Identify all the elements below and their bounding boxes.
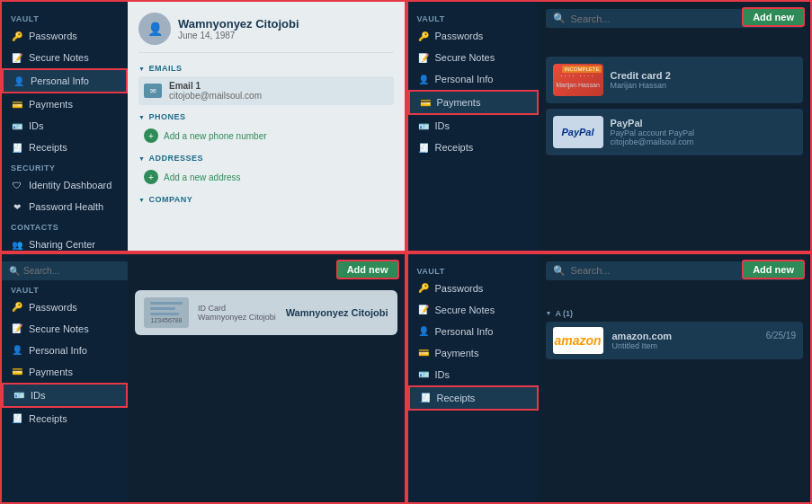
sidebar-item-receipts-4[interactable]: 🧾 Receipts bbox=[408, 385, 539, 411]
sidebar-item-secure-notes-1[interactable]: 📝 Secure Notes bbox=[2, 47, 128, 68]
sidebar-item-ids-1[interactable]: 🪪 IDs bbox=[2, 115, 128, 137]
amazon-logo: amazon bbox=[553, 327, 603, 354]
key-icon-2: 🔑 bbox=[417, 30, 430, 42]
sidebar-item-passwords-1[interactable]: 🔑 Passwords bbox=[2, 25, 128, 47]
sidebar-item-secure-notes-2[interactable]: 📝 Secure Notes bbox=[408, 47, 539, 68]
sidebar-item-passwords-2[interactable]: 🔑 Passwords bbox=[408, 25, 539, 47]
sidebar-item-secure-notes-3[interactable]: 📝 Secure Notes bbox=[2, 318, 128, 340]
sidebar-item-receipts-2[interactable]: 🧾 Receipts bbox=[408, 137, 539, 158]
sidebar-label: Passwords bbox=[29, 31, 77, 41]
sidebar-item-identity-1[interactable]: 🛡 Identity Dashboard bbox=[2, 174, 128, 196]
email-row: ✉ Email 1 citojobe@mailsoul.com bbox=[138, 76, 394, 105]
sidebar-item-personal-info-2[interactable]: 👤 Personal Info bbox=[408, 68, 539, 90]
receipt-item-amazon[interactable]: amazon amazon.com 6/25/19 Untitled Item bbox=[546, 322, 804, 359]
sidebar-item-receipts-1[interactable]: 🧾 Receipts bbox=[2, 137, 128, 158]
panel-1: VAULT 🔑 Passwords 📝 Secure Notes 👤 Perso… bbox=[0, 0, 406, 252]
sidebar-label: Payments bbox=[437, 97, 481, 108]
card-dots: ···· ···· bbox=[560, 72, 594, 80]
note-icon-2: 📝 bbox=[417, 51, 430, 64]
sidebar-label: Receipts bbox=[437, 393, 476, 403]
paypal-item[interactable]: PayPal PayPal PayPal account PayPal cito… bbox=[546, 109, 804, 155]
sidebar-label: Receipts bbox=[29, 413, 67, 424]
paypal-visual: PayPal bbox=[553, 116, 603, 148]
sidebar-item-receipts-3[interactable]: 🧾 Receipts bbox=[2, 408, 128, 429]
sidebar-label: Identity Dashboard bbox=[29, 180, 112, 190]
add-new-button-2[interactable]: Add new bbox=[742, 7, 805, 27]
sidebar-item-secure-notes-4[interactable]: 📝 Secure Notes bbox=[408, 299, 539, 321]
sidebar-item-sharing-1[interactable]: 👥 Sharing Center bbox=[2, 234, 128, 251]
sidebar-label: Payments bbox=[29, 99, 73, 110]
sidebar-label: Secure Notes bbox=[435, 52, 495, 63]
sidebar-item-personal-info-1[interactable]: 👤 Personal Info bbox=[2, 68, 128, 93]
add-new-button-4[interactable]: Add new bbox=[742, 260, 805, 279]
paypal-name: PayPal bbox=[611, 118, 797, 128]
sidebar-item-ids-2[interactable]: 🪪 IDs bbox=[408, 115, 539, 137]
add-address-row[interactable]: + Add a new address bbox=[138, 166, 394, 188]
payments-content: 🔍 Add new INCOMPLETE ···· ···· Marijan H… bbox=[539, 2, 811, 251]
sidebar-label: Sharing Center bbox=[29, 239, 95, 250]
panel-2: VAULT 🔑 Passwords 📝 Secure Notes 👤 Perso… bbox=[406, 0, 813, 252]
id-line-2 bbox=[150, 307, 175, 310]
email-icon: ✉ bbox=[144, 84, 162, 98]
sidebar-item-payments-4[interactable]: 💳 Payments bbox=[408, 342, 539, 364]
credit-card-item[interactable]: INCOMPLETE ···· ···· Marijan Hassan Cred… bbox=[546, 57, 804, 103]
id-card-image: 123456788 bbox=[144, 297, 189, 328]
sidebar-item-passwords-4[interactable]: 🔑 Passwords bbox=[408, 278, 539, 299]
card-icon-4: 💳 bbox=[417, 347, 430, 359]
add-phone-row[interactable]: + Add a new phone number bbox=[138, 125, 394, 146]
security-label-1: SECURITY bbox=[2, 158, 128, 174]
add-phone-label: Add a new phone number bbox=[164, 131, 267, 141]
id-line-1 bbox=[150, 302, 183, 305]
email-label: Email 1 bbox=[169, 81, 262, 91]
receipts-content: 🔍 Add new A (1) amazon amazon.com 6/25/1… bbox=[539, 254, 811, 503]
group-label-a: A (1) bbox=[546, 307, 804, 322]
sidebar-item-pw-health-1[interactable]: ❤ Password Health bbox=[2, 196, 128, 217]
note-icon-4: 📝 bbox=[417, 304, 430, 316]
id-card-lines bbox=[150, 302, 183, 315]
id-icon-2: 🪪 bbox=[417, 119, 430, 132]
credit-card-sub: Marijan Hassan bbox=[611, 81, 797, 90]
sidebar-label: Personal Info bbox=[435, 74, 494, 84]
sidebar-item-personal-info-3[interactable]: 👤 Personal Info bbox=[2, 340, 128, 361]
card-icon-2: 💳 bbox=[419, 96, 432, 109]
note-icon: 📝 bbox=[11, 51, 23, 64]
sidebar-label: Passwords bbox=[435, 283, 484, 294]
note-icon-3: 📝 bbox=[11, 323, 23, 335]
search-icon-2: 🔍 bbox=[553, 13, 566, 24]
credit-card-info: Credit card 2 Marijan Hassan bbox=[611, 70, 797, 90]
vault-label-4: VAULT bbox=[408, 261, 539, 278]
sidebar-item-ids-4[interactable]: 🪪 IDs bbox=[408, 364, 539, 385]
key-icon-4: 🔑 bbox=[417, 282, 430, 295]
id-owner-display: Wamnyonyez Citojobi bbox=[286, 307, 388, 318]
sidebar-panel-3: 🔍 VAULT 🔑 Passwords 📝 Secure Notes 👤 Per… bbox=[2, 254, 128, 503]
key-icon-3: 🔑 bbox=[11, 301, 23, 314]
id-sub-name: Wamnyonyez Citojobi bbox=[198, 313, 276, 322]
add-phone-icon: + bbox=[144, 128, 158, 143]
sidebar-item-payments-2[interactable]: 💳 Payments bbox=[408, 90, 539, 115]
card-icon-3: 💳 bbox=[11, 366, 23, 378]
add-new-button-3[interactable]: Add new bbox=[336, 260, 399, 279]
sidebar-label: Secure Notes bbox=[435, 305, 495, 315]
sidebar-label: Receipts bbox=[435, 142, 474, 153]
receipt-icon-2: 🧾 bbox=[417, 141, 430, 154]
paypal-logo-text: PayPal bbox=[561, 127, 593, 137]
card-icon: 💳 bbox=[11, 98, 23, 111]
sidebar-item-ids-3[interactable]: 🪪 IDs bbox=[2, 383, 128, 408]
receipt-date: 6/25/19 bbox=[766, 331, 796, 341]
search-input-sidebar-3[interactable] bbox=[23, 266, 95, 276]
user-icon: 👤 bbox=[13, 75, 25, 87]
shield-icon: 🛡 bbox=[11, 179, 23, 191]
id-card-item[interactable]: 123456788 ID Card Wamnyonyez Citojobi Wa… bbox=[135, 290, 397, 335]
sidebar-label: IDs bbox=[29, 120, 44, 131]
sidebar-item-payments-1[interactable]: 💳 Payments bbox=[2, 93, 128, 115]
user-icon-2: 👤 bbox=[417, 73, 430, 85]
sidebar-item-payments-3[interactable]: 💳 Payments bbox=[2, 361, 128, 383]
sidebar-label: Passwords bbox=[435, 31, 484, 41]
vault-label-1: VAULT bbox=[2, 9, 128, 25]
ids-content: Add new 123456788 ID Card Wamnyonyez Cit… bbox=[128, 254, 405, 503]
avatar: 👤 bbox=[138, 13, 171, 45]
sidebar-label: IDs bbox=[31, 390, 46, 401]
sidebar-item-personal-info-4[interactable]: 👤 Personal Info bbox=[408, 321, 539, 342]
id-icon-4: 🪪 bbox=[417, 368, 430, 381]
sidebar-item-passwords-3[interactable]: 🔑 Passwords bbox=[2, 296, 128, 318]
